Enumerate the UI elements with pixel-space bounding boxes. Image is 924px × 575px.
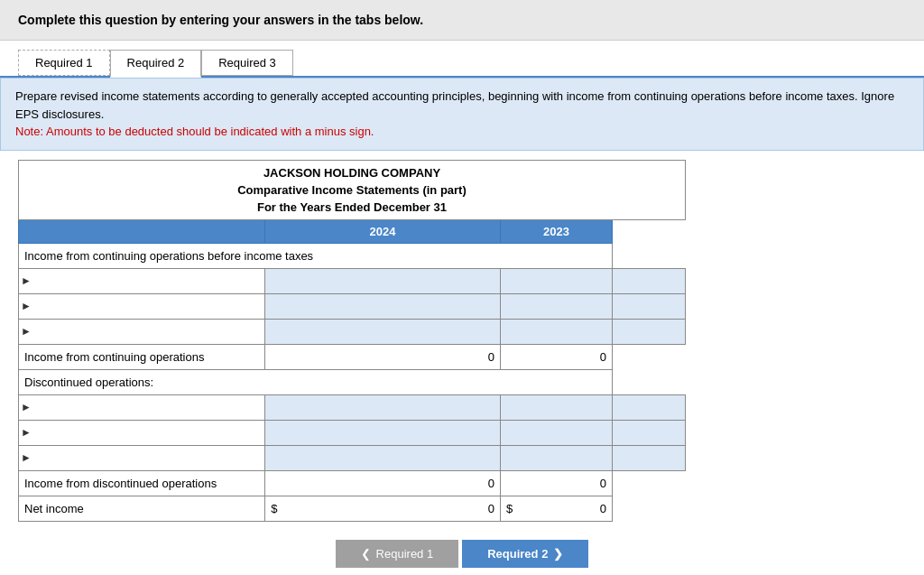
row-label: Income from continuing operations: [19, 344, 265, 369]
table-row: Discontinued operations:: [19, 369, 686, 394]
row-2024-input[interactable]: [501, 319, 613, 344]
table-title: Comparative Income Statements (in part): [19, 181, 686, 199]
row-arrow: ►: [19, 293, 265, 319]
row-2023-dollar: $0: [501, 496, 613, 521]
row-arrow: ►: [19, 445, 265, 470]
row-2023-input[interactable]: [612, 319, 685, 344]
table-row: Income from continuing operations before…: [19, 243, 686, 268]
row-2024-input[interactable]: [501, 394, 613, 420]
row-2023-input[interactable]: [612, 293, 685, 319]
row-2024-value: 0: [265, 344, 501, 369]
table-row[interactable]: ►: [19, 394, 686, 420]
table-company-name: JACKSON HOLDING COMPANY: [19, 160, 686, 181]
navigation-bar: ❮ Required 1 Required 2 ❯: [0, 540, 924, 576]
prev-button-label: Required 1: [376, 547, 434, 561]
row-2024-input[interactable]: [501, 420, 613, 445]
row-label-input[interactable]: [265, 268, 501, 293]
row-2023-input[interactable]: [612, 394, 685, 420]
row-label: Income from discontinued operations: [19, 470, 265, 496]
table-row[interactable]: ►: [19, 268, 686, 293]
instruction-note: Note: Amounts to be deducted should be i…: [15, 123, 909, 141]
row-2024-input[interactable]: [501, 445, 613, 470]
row-2023-input[interactable]: [612, 445, 685, 470]
tab-required1[interactable]: Required 1: [18, 50, 110, 76]
col-2024-header: 2024: [265, 219, 501, 243]
row-label-input[interactable]: [265, 319, 501, 344]
row-2023-value: 0: [501, 344, 613, 369]
tab-required2[interactable]: Required 2: [110, 50, 202, 78]
row-2023-input[interactable]: [612, 420, 685, 445]
instruction-main: Prepare revised income statements accord…: [15, 88, 909, 123]
row-2024-dollar: $0: [265, 496, 501, 521]
row-label-input[interactable]: [265, 420, 501, 445]
col-2023-header: 2023: [501, 219, 613, 243]
row-label-input[interactable]: [265, 445, 501, 470]
table-row[interactable]: ►: [19, 420, 686, 445]
table-row: Income from discontinued operations00: [19, 470, 686, 496]
row-2023-value: 0: [501, 470, 613, 496]
table-row[interactable]: ►: [19, 319, 686, 344]
row-2024-value: 0: [265, 470, 501, 496]
next-button[interactable]: Required 2 ❯: [462, 540, 588, 568]
row-arrow: ►: [19, 268, 265, 293]
instructions-box: Prepare revised income statements accord…: [0, 78, 924, 151]
row-arrow: ►: [19, 394, 265, 420]
col-label-header: [19, 219, 265, 243]
row-2024-input[interactable]: [501, 268, 613, 293]
top-instruction-bar: Complete this question by entering your …: [0, 0, 924, 41]
table-period: For the Years Ended December 31: [19, 199, 686, 220]
instruction-text: Complete this question by entering your …: [18, 13, 423, 27]
tab-required3[interactable]: Required 3: [201, 50, 293, 76]
row-label: Net income: [19, 496, 265, 521]
row-arrow: ►: [19, 319, 265, 344]
row-2024-input[interactable]: [501, 293, 613, 319]
next-button-label: Required 2: [487, 547, 548, 561]
table-row: Net income$0$0: [19, 496, 686, 521]
row-label: Income from continuing operations before…: [19, 243, 613, 268]
table-row: Income from continuing operations00: [19, 344, 686, 369]
next-chevron-icon: ❯: [553, 547, 563, 561]
row-label-input[interactable]: [265, 293, 501, 319]
prev-button[interactable]: ❮ Required 1: [336, 540, 459, 568]
prev-chevron-icon: ❮: [361, 547, 371, 561]
income-statement-table: JACKSON HOLDING COMPANY Comparative Inco…: [18, 160, 686, 522]
table-row[interactable]: ►: [19, 293, 686, 319]
row-arrow: ►: [19, 420, 265, 445]
tabs-area: Required 1 Required 2 Required 3: [0, 41, 924, 78]
row-2023-input[interactable]: [612, 268, 685, 293]
table-row[interactable]: ►: [19, 445, 686, 470]
row-label-input[interactable]: [265, 394, 501, 420]
table-container: JACKSON HOLDING COMPANY Comparative Inco…: [18, 160, 906, 522]
row-label: Discontinued operations:: [19, 369, 613, 394]
